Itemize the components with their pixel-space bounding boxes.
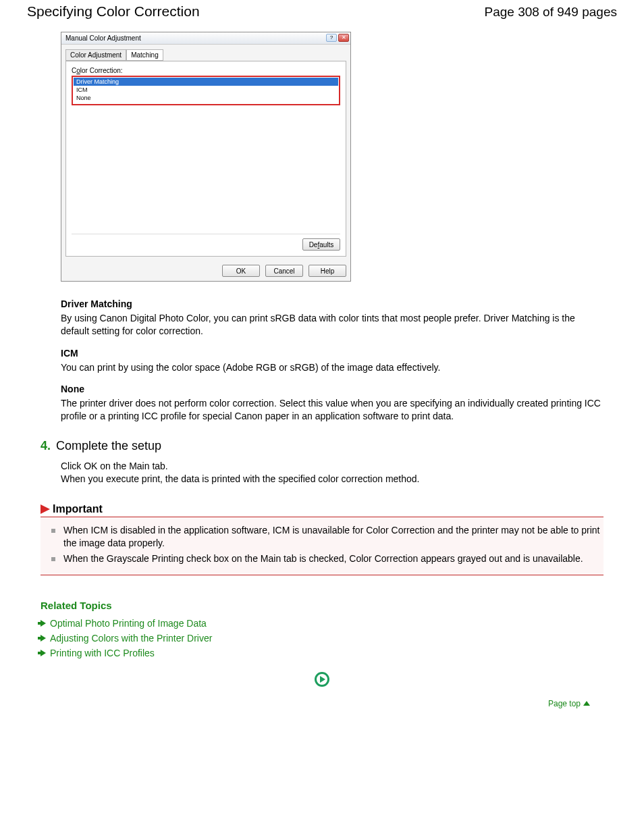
ok-button[interactable]: OK bbox=[222, 265, 260, 277]
link-label: Printing with ICC Profiles bbox=[50, 648, 155, 658]
step-line-2: When you execute print, the data is prin… bbox=[61, 473, 617, 486]
color-correction-listbox[interactable]: Driver Matching ICM None bbox=[72, 76, 340, 105]
important-callout: Important When ICM is disabled in the ap… bbox=[41, 503, 603, 575]
flag-icon bbox=[41, 504, 50, 514]
term-icm: ICM bbox=[61, 347, 603, 360]
option-none[interactable]: None bbox=[74, 94, 338, 102]
term-driver-matching: Driver Matching bbox=[61, 298, 603, 311]
step-title: Complete the setup bbox=[56, 439, 161, 453]
defaults-button[interactable]: Defaults bbox=[302, 238, 340, 251]
step-line-1: Click OK on the Main tab. bbox=[61, 460, 617, 473]
term-none: None bbox=[61, 383, 603, 396]
desc-icm: You can print by using the color space (… bbox=[61, 361, 603, 374]
important-note-1: When ICM is disabled in the application … bbox=[61, 524, 602, 550]
link-adjusting-colors[interactable]: Adjusting Colors with the Printer Driver bbox=[41, 633, 603, 644]
link-optimal-photo-printing[interactable]: Optimal Photo Printing of Image Data bbox=[41, 618, 603, 629]
step-number: 4. bbox=[41, 439, 51, 453]
matching-tab-panel: Color Correction: Driver Matching ICM No… bbox=[65, 61, 346, 257]
important-note-2: When the Grayscale Printing check box on… bbox=[61, 552, 602, 565]
arrow-right-icon bbox=[41, 635, 46, 642]
help-button[interactable]: Help bbox=[308, 265, 346, 277]
arrow-right-icon bbox=[41, 620, 46, 627]
tab-color-adjustment[interactable]: Color Adjustment bbox=[65, 49, 126, 61]
cancel-button[interactable]: Cancel bbox=[265, 265, 303, 277]
desc-none: The printer driver does not perform colo… bbox=[61, 397, 603, 423]
close-icon[interactable]: ✕ bbox=[338, 34, 349, 42]
page-top-label: Page top bbox=[548, 699, 581, 708]
page-counter: Page 308 of 949 pages bbox=[484, 5, 617, 20]
dialog-title: Manual Color Adjustment bbox=[65, 34, 141, 42]
color-correction-label: Color Correction: bbox=[72, 67, 340, 74]
link-label: Adjusting Colors with the Printer Driver bbox=[50, 633, 212, 644]
link-label: Optimal Photo Printing of Image Data bbox=[50, 618, 207, 629]
option-icm[interactable]: ICM bbox=[74, 86, 338, 94]
page-top-link[interactable]: Page top bbox=[548, 699, 590, 708]
arrow-up-icon bbox=[583, 701, 590, 706]
important-heading: Important bbox=[53, 503, 103, 515]
tab-matching[interactable]: Matching bbox=[126, 49, 163, 61]
help-window-icon[interactable]: ? bbox=[326, 34, 337, 42]
play-icon[interactable] bbox=[315, 672, 329, 687]
dialog-titlebar: Manual Color Adjustment ? ✕ bbox=[61, 32, 350, 45]
option-driver-matching[interactable]: Driver Matching bbox=[74, 78, 338, 86]
related-topics-heading: Related Topics bbox=[41, 600, 603, 611]
desc-driver-matching: By using Canon Digital Photo Color, you … bbox=[61, 312, 603, 338]
link-printing-icc-profiles[interactable]: Printing with ICC Profiles bbox=[41, 648, 603, 658]
arrow-right-icon bbox=[41, 650, 46, 656]
manual-color-adjustment-dialog: Manual Color Adjustment ? ✕ Color Adjust… bbox=[61, 32, 351, 282]
page-title: Specifying Color Correction bbox=[27, 3, 200, 20]
